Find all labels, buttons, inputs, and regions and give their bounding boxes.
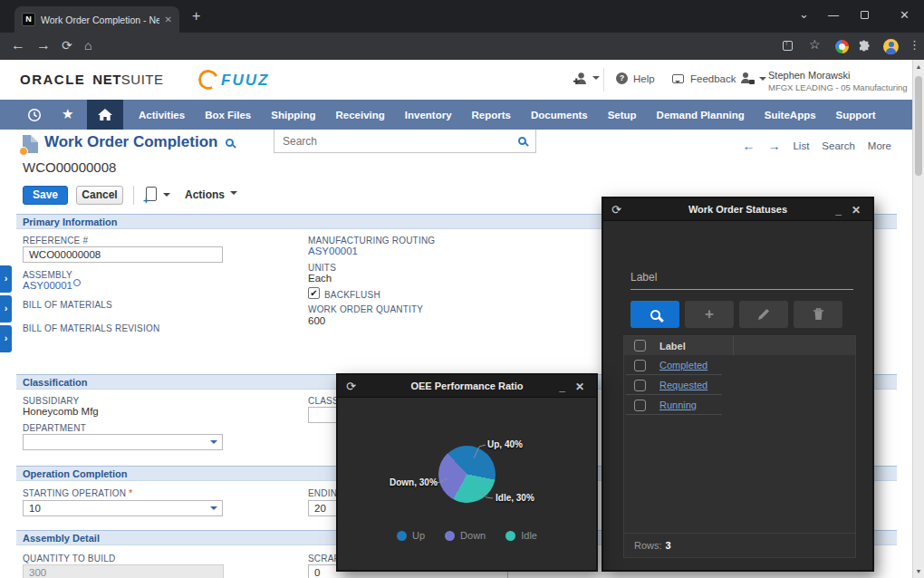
help-label: Help — [633, 73, 655, 84]
nav-item-box-files[interactable]: Box Files — [195, 110, 261, 120]
subsidiary-label: SUBSIDIARY — [23, 396, 79, 406]
browser-tab[interactable]: N Work Order Completion - NetSui ✕ — [14, 6, 179, 33]
new-tab-button[interactable]: + — [192, 8, 200, 24]
chrome-extension-g-icon[interactable] — [835, 40, 849, 53]
assembly-link[interactable]: ASY00001 — [23, 280, 81, 291]
extensions-puzzle-icon[interactable] — [859, 39, 872, 56]
search-link[interactable]: Search — [822, 140, 854, 151]
row-checkbox[interactable] — [634, 380, 646, 391]
nav-item-support[interactable]: Support — [826, 110, 886, 120]
statuses-panel-titlebar[interactable]: ⟳ Work Order Statuses _ ✕ — [603, 198, 872, 221]
list-link[interactable]: List — [793, 140, 809, 151]
more-link[interactable]: More — [868, 140, 891, 151]
side-flyout-tab-2[interactable]: › — [0, 295, 12, 323]
global-search[interactable] — [274, 129, 536, 153]
delete-button[interactable] — [794, 301, 842, 328]
roles-icon — [739, 72, 756, 86]
back-icon[interactable]: ← — [11, 37, 25, 53]
row-checkbox[interactable] — [634, 360, 646, 371]
browser-home-icon[interactable]: ⌂ — [84, 38, 91, 53]
legend-item-idle[interactable]: Idle — [505, 530, 537, 541]
nav-item-activities[interactable]: Activities — [129, 110, 195, 120]
slice-label-idle: Idle, 30% — [496, 493, 534, 503]
routing-link[interactable]: ASY00001 — [308, 246, 358, 256]
search-icon[interactable] — [518, 137, 526, 145]
add-button[interactable]: + — [685, 301, 734, 328]
add-related-record-icon[interactable] — [146, 187, 157, 201]
prev-record-icon[interactable]: ← — [742, 139, 755, 153]
status-link-running[interactable]: Running — [659, 400, 697, 410]
user-role: MFGX LEADING - 05 Manufacturing — [768, 82, 908, 92]
feedback-button[interactable]: Feedback — [672, 73, 736, 84]
share-icon[interactable] — [783, 41, 793, 51]
home-tab[interactable] — [87, 100, 123, 130]
shortcuts-star-icon[interactable]: ★ — [62, 106, 73, 122]
reload-icon[interactable]: ⟳ — [62, 38, 72, 53]
page-scrollbar[interactable]: ▲ ▼ — [912, 60, 924, 578]
backflush-label: BACKFLUSH — [324, 290, 380, 300]
tab-search-chevron-icon[interactable]: ⌄ — [799, 7, 809, 21]
open-record-icon[interactable] — [73, 279, 81, 286]
netsuite-header: ORACLENETSUITE FUUZ ? Help Feedback Step… — [0, 60, 912, 100]
nav-item-reports[interactable]: Reports — [462, 110, 521, 120]
side-flyout-tab-1[interactable]: › — [0, 265, 12, 293]
nav-item-documents[interactable]: Documents — [521, 110, 598, 120]
global-search-input[interactable] — [274, 130, 535, 152]
browser-menu-icon[interactable]: ⋮ — [909, 38, 920, 52]
user-name[interactable]: Stephen Morawski — [768, 70, 851, 81]
nav-item-shipping[interactable]: Shipping — [261, 110, 325, 120]
backflush-checkbox[interactable]: ✔ — [308, 287, 320, 299]
status-link-requested[interactable]: Requested — [659, 380, 707, 390]
reference-input[interactable] — [23, 246, 223, 263]
page-title-row: Work Order Completion — [44, 133, 234, 151]
nav-item-setup[interactable]: Setup — [598, 110, 647, 120]
profile-avatar[interactable] — [883, 39, 899, 54]
add-related-caret-icon[interactable] — [163, 193, 170, 200]
help-button[interactable]: ? Help — [616, 72, 655, 84]
row-checkbox[interactable] — [634, 400, 646, 411]
recent-records-icon[interactable] — [27, 108, 42, 126]
forward-icon[interactable]: → — [36, 37, 51, 53]
bookmark-star-icon[interactable]: ☆ — [809, 37, 821, 52]
label-filter-input[interactable]: Label — [630, 271, 853, 290]
record-badge-icon — [19, 147, 28, 156]
nav-item-receiving[interactable]: Receiving — [325, 110, 394, 120]
roles-menu-button[interactable] — [739, 72, 766, 86]
status-link-completed[interactable]: Completed — [659, 360, 707, 371]
starting-operation-select[interactable]: 10 — [23, 500, 223, 516]
side-flyout-tab-3[interactable]: › — [0, 325, 12, 352]
units-value: Each — [308, 273, 332, 284]
legend-item-up[interactable]: Up — [397, 530, 425, 541]
bom-label: BILL OF MATERIALS — [23, 300, 112, 310]
window-maximize-icon[interactable] — [861, 11, 869, 19]
window-close-icon[interactable]: ✕ — [900, 8, 910, 22]
save-button[interactable]: Save — [23, 186, 68, 205]
tab-close-icon[interactable]: ✕ — [165, 14, 172, 24]
chevron-down-icon — [210, 440, 217, 448]
scroll-up-icon[interactable]: ▲ — [913, 63, 924, 70]
select-all-checkbox[interactable] — [634, 340, 646, 352]
legend-item-down[interactable]: Down — [445, 530, 486, 541]
netsuite-favicon-icon: N — [22, 13, 35, 26]
browser-tab-strip: N Work Order Completion - NetSui ✕ + ⌄ —… — [0, 0, 924, 33]
scroll-down-icon[interactable]: ▼ — [913, 568, 924, 574]
window-minimize-icon[interactable]: — — [828, 9, 839, 22]
slice-label-down: Down, 30% — [390, 477, 438, 487]
quick-add-button[interactable] — [573, 71, 600, 86]
department-select[interactable] — [23, 434, 223, 450]
nav-item-suiteapps[interactable]: SuiteApps — [755, 110, 826, 120]
chart-legend: Up Down Idle — [338, 530, 596, 541]
panel-close-icon[interactable]: ✕ — [852, 198, 861, 221]
search-button[interactable] — [630, 301, 679, 328]
title-search-icon[interactable] — [226, 134, 234, 150]
next-record-icon[interactable]: → — [767, 139, 780, 153]
actions-menu[interactable]: Actions — [185, 188, 237, 201]
panel-minimize-icon[interactable]: _ — [835, 198, 842, 221]
nav-item-demand-planning[interactable]: Demand Planning — [647, 110, 755, 120]
statuses-table-header: Label — [624, 336, 855, 355]
feedback-icon — [672, 74, 684, 83]
scrollbar-thumb[interactable] — [915, 76, 922, 176]
cancel-button[interactable]: Cancel — [76, 186, 123, 205]
edit-button[interactable] — [739, 301, 788, 328]
nav-item-inventory[interactable]: Inventory — [395, 110, 462, 120]
